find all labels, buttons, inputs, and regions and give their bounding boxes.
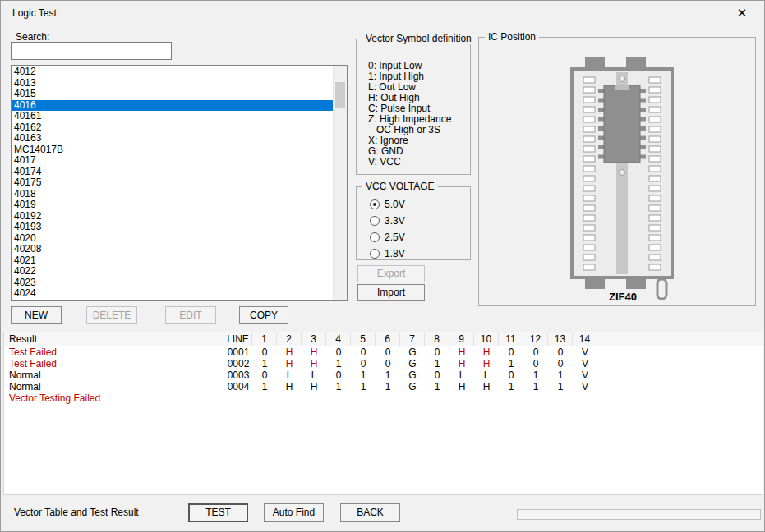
- list-item[interactable]: MC14017B: [12, 144, 333, 156]
- pin-column-header[interactable]: 3: [302, 332, 326, 346]
- pin-cell: 1: [252, 381, 277, 392]
- test-button[interactable]: TEST: [188, 503, 248, 522]
- radio-checked-icon[interactable]: [370, 200, 380, 209]
- close-icon[interactable]: ✕: [728, 4, 756, 22]
- pin-column-header[interactable]: 6: [376, 332, 400, 346]
- new-button[interactable]: NEW: [11, 306, 62, 324]
- pin-column-header[interactable]: 2: [277, 332, 302, 346]
- result-cell: Test Failed: [4, 358, 224, 369]
- list-item[interactable]: 4023: [12, 277, 333, 289]
- table-row[interactable]: Normal00041HH111G1HH111V: [4, 381, 763, 392]
- pin-column-header[interactable]: 7: [400, 332, 425, 346]
- result-column-header[interactable]: Result: [4, 332, 224, 346]
- list-item[interactable]: 4024: [12, 288, 333, 300]
- list-item[interactable]: 4017: [12, 155, 333, 167]
- logic-test-dialog: Logic Test ✕ Search: 4012401340154016401…: [0, 0, 765, 532]
- radio-unchecked-icon[interactable]: [370, 249, 380, 259]
- radio-unchecked-icon[interactable]: [370, 216, 380, 226]
- pin-cell: H: [449, 346, 474, 358]
- list-item[interactable]: 4015: [12, 89, 333, 100]
- pin-column-header[interactable]: 11: [499, 332, 523, 346]
- line-cell: 0002: [224, 358, 252, 369]
- pin-cell: H: [277, 346, 302, 358]
- vcc-option-3.3V[interactable]: 3.3V: [370, 215, 405, 227]
- pin-cell: 1: [425, 358, 449, 369]
- ic-list: 4012401340154016401614016240163MC14017B4…: [11, 65, 348, 301]
- list-item[interactable]: 4021: [12, 255, 333, 267]
- pin-column-header[interactable]: 8: [425, 332, 449, 346]
- list-item[interactable]: 4025: [12, 300, 333, 302]
- pin-cell: 0: [425, 369, 449, 381]
- pin-cell: 0: [376, 346, 400, 358]
- ic-position-title: IC Position: [485, 31, 539, 43]
- pin-cell: 0: [252, 346, 277, 358]
- result-cell: Normal: [4, 369, 224, 381]
- pin-cell: H: [474, 346, 499, 358]
- list-item[interactable]: 4020: [12, 233, 333, 245]
- list-scrollbar[interactable]: [333, 66, 347, 300]
- import-button[interactable]: Import: [357, 284, 425, 301]
- scrollbar-thumb[interactable]: [335, 82, 345, 108]
- list-item[interactable]: 40162: [12, 122, 333, 134]
- list-item[interactable]: 4019: [12, 200, 333, 211]
- pin-column-header[interactable]: 5: [351, 332, 376, 346]
- list-item[interactable]: 4018: [12, 189, 333, 200]
- pin-cell: 1: [499, 358, 523, 369]
- list-item[interactable]: 40208: [12, 244, 333, 255]
- search-input[interactable]: [11, 42, 172, 60]
- pin-cell: 0: [499, 369, 523, 381]
- line-cell: 0003: [224, 369, 252, 381]
- pin-cell: 1: [548, 369, 573, 381]
- vector-symbol-lines: 0: Input Low1: Input HighL: Out LowH: Ou…: [368, 61, 451, 167]
- list-item[interactable]: 40161: [12, 111, 333, 122]
- pin-cell: 0: [548, 358, 573, 369]
- list-item[interactable]: 40192: [12, 211, 333, 222]
- titlebar: Logic Test ✕: [1, 1, 764, 25]
- vcc-option-2.5V[interactable]: 2.5V: [370, 232, 405, 243]
- zif-socket-graphic: [565, 57, 680, 304]
- pin-cell: G: [400, 346, 425, 358]
- ic-position-groupbox: IC Position ZIF40: [478, 37, 756, 306]
- radio-unchecked-icon[interactable]: [370, 232, 380, 242]
- table-row[interactable]: Vector Testing Failed: [4, 392, 763, 404]
- list-item[interactable]: 4012: [12, 66, 333, 78]
- header-filler: [597, 332, 763, 346]
- pin-cell: 1: [326, 381, 351, 392]
- vector-symbol-groupbox: Vector Symbol definition 0: Input Low1: …: [356, 39, 471, 175]
- pin-column-header[interactable]: 14: [573, 332, 597, 346]
- pin-cell: V: [573, 381, 597, 392]
- pin-cell: [523, 392, 548, 404]
- vcc-option-label: 1.8V: [385, 248, 405, 259]
- table-header-row: Result LINE 1234567891011121314: [4, 332, 763, 346]
- footer-status-label: Vector Table and Test Result: [14, 502, 139, 522]
- pin-column-header[interactable]: 1: [252, 332, 277, 346]
- list-item[interactable]: 40175: [12, 177, 333, 189]
- vcc-option-1.8V[interactable]: 1.8V: [370, 248, 405, 259]
- list-item[interactable]: 40163: [12, 133, 333, 144]
- auto-find-button[interactable]: Auto Find: [264, 503, 324, 522]
- table-row[interactable]: Test Failed00021HH100G1HH100V: [4, 358, 763, 369]
- vcc-option-label: 3.3V: [385, 215, 405, 227]
- pin-column-header[interactable]: 10: [474, 332, 499, 346]
- table-row[interactable]: Test Failed00010HH000G0HH000V: [4, 346, 763, 358]
- pin-column-header[interactable]: 13: [548, 332, 573, 346]
- vector-symbol-line: V: VCC: [368, 157, 451, 167]
- list-item[interactable]: 4013: [12, 78, 333, 89]
- table-row[interactable]: Normal00030LL011G0LL011V: [4, 369, 763, 381]
- line-column-header[interactable]: LINE: [224, 332, 252, 346]
- pin-cell: 0: [425, 346, 449, 358]
- pin-cell: 1: [425, 381, 449, 392]
- vcc-option-5.0V[interactable]: 5.0V: [370, 199, 405, 210]
- pin-column-header[interactable]: 12: [523, 332, 548, 346]
- pin-cell: H: [302, 346, 326, 358]
- pin-column-header[interactable]: 4: [326, 332, 351, 346]
- pin-column-header[interactable]: 9: [449, 332, 474, 346]
- list-item[interactable]: 40193: [12, 222, 333, 233]
- copy-button[interactable]: COPY: [239, 306, 288, 324]
- pin-cell: 1: [548, 381, 573, 392]
- list-item[interactable]: 4016: [12, 100, 333, 112]
- list-item[interactable]: 40174: [12, 167, 333, 178]
- list-item[interactable]: 4022: [12, 266, 333, 277]
- pin-cell: V: [573, 358, 597, 369]
- back-button[interactable]: BACK: [340, 503, 400, 522]
